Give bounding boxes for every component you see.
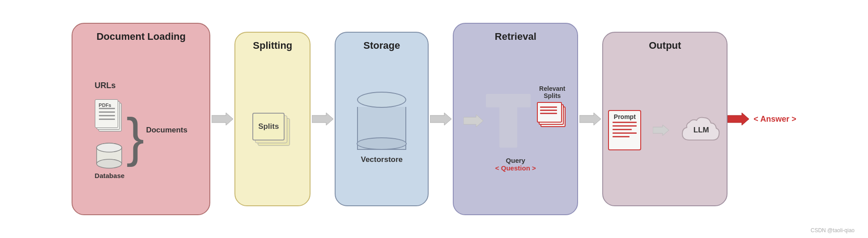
database-label: Database xyxy=(95,172,125,179)
cyl-top xyxy=(357,92,406,108)
svg-marker-10 xyxy=(579,113,601,125)
cyl-bottom xyxy=(357,137,407,150)
t-shape-group xyxy=(464,94,531,148)
pdf-line-2 xyxy=(99,111,115,113)
pdf-line-1 xyxy=(99,108,115,109)
llm-cloud: LLM xyxy=(681,114,722,146)
prompt-line-3 xyxy=(613,129,632,130)
arrow-1 xyxy=(210,112,234,126)
watermark: CSDN @taoli-qiao xyxy=(811,227,855,234)
pdf-label: PDFs xyxy=(99,102,111,108)
storage-title: Storage xyxy=(336,40,428,51)
arrow-2 xyxy=(311,112,335,126)
retrieval-content: RelevantSplits xyxy=(454,85,577,172)
pdf-line-4 xyxy=(99,119,115,120)
answer-arrow-svg xyxy=(728,112,749,126)
t-stem-bar xyxy=(499,107,517,148)
panel-retrieval: Retrieval RelevantSpl xyxy=(453,23,578,215)
svg-point-4 xyxy=(97,159,122,168)
relevant-splits-label: RelevantSplits xyxy=(539,85,565,99)
svg-marker-9 xyxy=(464,115,483,127)
arrow-4 xyxy=(578,112,602,126)
pdf-page-front: PDFs xyxy=(95,99,118,128)
diagram: Document Loading URLs PDFs xyxy=(0,0,868,238)
splits-label: Splits xyxy=(258,122,279,131)
prompt-line-1 xyxy=(613,122,637,123)
answer-group: < Answer > xyxy=(728,112,796,126)
doc-loading-title: Document Loading xyxy=(72,31,209,42)
pdf-icon: PDFs xyxy=(95,99,123,132)
cylinder-icon xyxy=(357,92,406,150)
t-shape xyxy=(486,94,531,148)
t-top-bar xyxy=(486,94,531,107)
database-icon: Database xyxy=(95,141,125,179)
answer-text: < Answer > xyxy=(753,115,796,124)
rel-line xyxy=(540,113,557,114)
prompt-box: Prompt xyxy=(608,110,641,150)
prompt-label: Prompt xyxy=(609,113,640,120)
storage-content: Vectorstore xyxy=(357,92,406,164)
documents-label: Documents xyxy=(146,126,187,135)
arrow-3 xyxy=(429,112,453,126)
query-group: Query < Question > xyxy=(495,157,536,172)
splits-stack: Splits xyxy=(252,113,293,148)
relevant-splits-group: RelevantSplits xyxy=(537,85,567,130)
svg-marker-12 xyxy=(728,113,749,125)
doc-items-list: URLs PDFs xyxy=(95,81,125,179)
query-label: Query xyxy=(506,157,525,164)
splits-card-1: Splits xyxy=(252,113,285,140)
panel-storage: Storage Vectorstore xyxy=(335,32,429,206)
panel-output: Output Prompt xyxy=(602,32,728,206)
splits-container: Splits xyxy=(252,113,293,148)
svg-marker-11 xyxy=(653,125,669,136)
retrieval-title: Retrieval xyxy=(454,31,577,42)
rel-card-1-lines xyxy=(540,106,557,114)
retrieval-input-arrow xyxy=(464,115,483,127)
retrieval-mid-row: RelevantSplits xyxy=(454,85,577,148)
output-title: Output xyxy=(603,40,727,51)
rel-line xyxy=(540,106,557,108)
svg-marker-7 xyxy=(312,113,333,125)
pdf-lines xyxy=(99,108,115,120)
svg-point-5 xyxy=(97,143,122,152)
output-content: Prompt LLM xyxy=(608,110,722,150)
splitting-title: Splitting xyxy=(235,40,310,51)
relevant-splits-stack xyxy=(537,102,567,130)
svg-marker-8 xyxy=(430,113,451,125)
prompt-line-4 xyxy=(613,132,637,134)
doc-loading-content: URLs PDFs xyxy=(90,81,192,179)
prompt-line-5 xyxy=(613,136,630,137)
rel-card-1 xyxy=(537,102,562,123)
rel-line xyxy=(540,110,557,111)
question-text: < Question > xyxy=(495,164,536,172)
prompt-line-2 xyxy=(613,125,637,127)
pdf-line-3 xyxy=(99,115,115,116)
urls-label: URLs xyxy=(95,81,116,90)
svg-marker-6 xyxy=(212,113,233,125)
panel-document-loading: Document Loading URLs PDFs xyxy=(72,23,210,215)
vectorstore-label: Vectorstore xyxy=(361,155,403,164)
brace-symbol: } xyxy=(126,110,144,164)
panel-splitting: Splitting Splits xyxy=(234,32,311,206)
urls-item: URLs xyxy=(95,81,116,90)
output-mid-arrow xyxy=(653,125,669,136)
llm-label: LLM xyxy=(694,126,709,135)
prompt-lines xyxy=(609,122,640,137)
